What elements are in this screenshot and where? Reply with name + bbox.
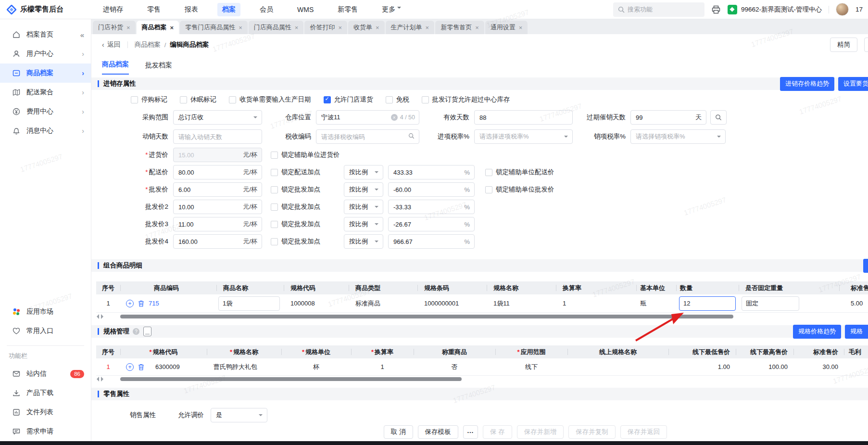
wholesale4-markup-mode-select[interactable]: 按比例 — [344, 234, 383, 249]
delivery-markup-pct-input[interactable]: % — [388, 165, 475, 179]
wholesale-price-input[interactable]: 元/杯 — [173, 182, 262, 197]
valid-days-input[interactable] — [474, 110, 573, 125]
goods-code-link[interactable]: 715 — [149, 300, 159, 307]
tab-price-tag-print[interactable]: 价签打印× — [304, 21, 347, 34]
sidebar-item-archive-home[interactable]: 档案首页 « — [0, 25, 91, 44]
subtab-goods-archive[interactable]: 商品档案 — [102, 60, 129, 75]
lock-wholesale4-markup-checkbox[interactable]: 锁定批发加点 — [271, 237, 342, 246]
checkbox-icon[interactable] — [131, 96, 138, 103]
inventory-price-trend-button[interactable]: 进销存价格趋势 — [780, 77, 834, 91]
checkbox-allow-store-return[interactable]: 允许门店退货 — [324, 95, 373, 104]
output-tax-select[interactable]: 请选择销项税率% — [630, 129, 726, 144]
tab-goods-archive[interactable]: 商品档案× — [137, 21, 179, 34]
nav-item-new-retail[interactable]: 新零售 — [333, 3, 363, 16]
set-requisition-button[interactable]: 设置要货 — [838, 77, 868, 91]
tab-close-icon[interactable]: × — [519, 24, 523, 31]
save-and-new-button[interactable]: 保存并新增 — [517, 425, 564, 439]
lock-wholesale-markup-checkbox[interactable]: 锁定批发加点 — [271, 185, 342, 194]
wholesale4-price-input[interactable]: 元/杯 — [173, 234, 262, 249]
cancel-button[interactable]: 取 消 — [384, 425, 413, 439]
sidebar-item-inbox[interactable]: 站内信 86 — [0, 364, 91, 383]
back-button[interactable]: ‹返回 — [102, 40, 121, 49]
nav-item-wms[interactable]: WMS — [292, 3, 318, 16]
checkbox-icon[interactable] — [485, 169, 492, 176]
delivery-markup-mode-select[interactable]: 按比例 — [344, 165, 383, 179]
scrollbar-thumb[interactable] — [120, 377, 462, 381]
tab-close-icon[interactable]: × — [170, 24, 174, 31]
warehouse-input[interactable]: ×4 / 50 — [316, 110, 419, 125]
tab-store-goods-attrs[interactable]: 门店商品属性× — [249, 21, 304, 34]
subtab-wholesale-archive[interactable]: 批发档案 — [145, 61, 172, 75]
checkbox-icon[interactable] — [271, 238, 278, 245]
global-search-input[interactable]: 搜索功能 — [613, 2, 704, 17]
checkbox-icon[interactable] — [229, 96, 236, 103]
sidebar-item-product-download[interactable]: 产品下载 — [0, 383, 91, 403]
checkbox-tax-free[interactable]: 免税 — [386, 95, 409, 104]
add-row-icon[interactable]: + — [126, 300, 134, 307]
scroll-right-icon[interactable] — [101, 314, 106, 319]
scroll-right-icon[interactable] — [101, 377, 106, 381]
combo-add-button-cut[interactable] — [863, 259, 868, 273]
checkbox-wholesale-over-stock[interactable]: 批发订货允许超过中心库存 — [422, 95, 510, 104]
scroll-left-icon[interactable] — [94, 377, 99, 381]
checkbox-icon[interactable] — [180, 96, 187, 103]
checkbox-icon[interactable] — [386, 96, 393, 103]
checkbox-icon[interactable] — [271, 186, 278, 193]
sidebar-item-file-list[interactable]: 文件列表 — [0, 403, 91, 422]
tab-store-replenish[interactable]: 门店补货× — [93, 21, 136, 34]
tab-close-icon[interactable]: × — [126, 24, 130, 31]
checkbox-stop-purchase[interactable]: 停购标记 — [131, 95, 167, 104]
scrollbar-thumb[interactable] — [120, 315, 733, 318]
combo-fixed-weight-input[interactable]: 固定 — [742, 296, 799, 311]
wholesale3-markup-mode-select[interactable]: 按比例 — [344, 217, 383, 231]
combo-qty-input-focused[interactable]: 12 — [679, 296, 736, 311]
lock-wholesale3-markup-checkbox[interactable]: 锁定批发加点 — [271, 220, 342, 229]
purchase-scope-select[interactable]: 总订店收 — [173, 110, 262, 125]
wholesale2-markup-pct-input[interactable]: % — [388, 200, 475, 214]
tenant-info[interactable]: 99662-新界面测试-管理中心 — [728, 5, 822, 14]
checkbox-receipt-production-date[interactable]: 收货单需要输入生产日期 — [229, 95, 311, 104]
combo-name-input[interactable]: 1袋 — [218, 296, 280, 311]
spec-more-button-cut[interactable]: 规格 — [845, 325, 868, 339]
simplify-toggle-button[interactable]: 精简 — [830, 38, 857, 52]
nav-item-jxc[interactable]: 进销存 — [98, 3, 128, 16]
wholesale4-markup-pct-input[interactable]: % — [388, 234, 475, 249]
delete-row-icon[interactable] — [138, 300, 145, 307]
add-row-icon[interactable]: + — [126, 363, 134, 371]
sidebar-item-user-center[interactable]: 用户中心 › — [0, 44, 91, 64]
wholesale3-price-input[interactable]: 元/杯 — [173, 217, 262, 231]
spec-hscrollbar[interactable] — [94, 377, 868, 381]
sidebar-item-message-center[interactable]: 消息中心 › — [0, 121, 91, 140]
tab-new-retail-home[interactable]: 新零售首页× — [435, 21, 484, 34]
tab-retail-store-attrs[interactable]: 零售门店商品属性× — [180, 21, 248, 34]
scrollbar-track[interactable] — [111, 377, 868, 381]
sidebar-item-goods-archive[interactable]: 商品档案 › — [0, 64, 91, 83]
tab-close-icon[interactable]: × — [475, 24, 479, 31]
sidebar-item-delivery[interactable]: 配送聚合 › — [0, 83, 91, 102]
breadcrumb-parent[interactable]: 商品档案 — [135, 40, 161, 49]
scrollbar-track[interactable] — [111, 315, 868, 318]
lock-aux-purchase-checkbox[interactable]: 锁定辅助单位进货价 — [271, 151, 340, 159]
wholesale-markup-pct-input[interactable]: % — [388, 182, 475, 197]
checkbox-dormant[interactable]: 休眠标记 — [180, 95, 216, 104]
wholesale3-markup-pct-input[interactable]: % — [388, 217, 475, 231]
tab-general-settings[interactable]: 通用设置× — [485, 21, 528, 34]
allow-adjust-select[interactable]: 是 — [211, 408, 267, 422]
tab-production-plan[interactable]: 生产计划单× — [386, 21, 435, 34]
input-tax-select[interactable]: 请选择进项税率% — [474, 129, 573, 144]
lock-wholesale2-markup-checkbox[interactable]: 锁定批发加点 — [271, 203, 342, 211]
expire-days-input[interactable]: 天 — [630, 110, 706, 125]
avatar[interactable] — [836, 3, 849, 16]
checkbox-icon[interactable] — [271, 152, 278, 159]
help-icon[interactable]: ? — [133, 328, 139, 335]
checkbox-icon[interactable] — [271, 169, 278, 176]
tab-close-icon[interactable]: × — [426, 24, 429, 31]
checkbox-checked-icon[interactable] — [324, 96, 331, 103]
save-and-return-button[interactable]: 保存并返回 — [620, 425, 667, 439]
checkbox-icon[interactable] — [485, 186, 492, 193]
nav-item-retail[interactable]: 零售 — [142, 3, 165, 16]
spec-view-toggle-icon[interactable] — [143, 327, 151, 336]
tab-receipt[interactable]: 收货单× — [348, 21, 385, 34]
tab-close-icon[interactable]: × — [338, 24, 342, 31]
lock-delivery-markup-checkbox[interactable]: 锁定配送加点 — [271, 168, 342, 177]
